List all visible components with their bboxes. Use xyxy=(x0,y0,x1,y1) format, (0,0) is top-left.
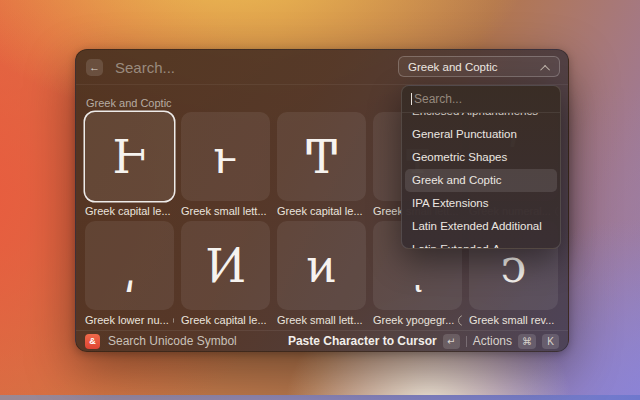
raycast-window: ← Search... Greek and Coptic Greek and C… xyxy=(75,49,569,352)
symbol-cell[interactable]: ͱ xyxy=(181,112,270,201)
block-dropdown-panel: Search... Enclosed AlphanumericsGeneral … xyxy=(401,85,561,249)
symbol-name: Greek ypogegr... xyxy=(373,314,454,326)
footer-divider xyxy=(466,336,467,347)
dropdown-option[interactable]: Greek and Coptic xyxy=(405,169,557,192)
dropdown-search-row[interactable]: Search... xyxy=(402,86,560,113)
dropdown-option[interactable]: Geometric Shapes xyxy=(405,146,557,169)
block-selector-value: Greek and Coptic xyxy=(408,61,498,73)
dropdown-option[interactable]: Latin Extended-A xyxy=(405,238,557,249)
enter-key-icon: ↵ xyxy=(443,334,460,349)
symbol-character: Ͱ xyxy=(112,134,146,180)
dropdown-option[interactable]: Enclosed Alphanumerics xyxy=(405,113,557,123)
question-icon[interactable]: ? xyxy=(458,315,462,326)
symbol-name: Greek capital le... xyxy=(277,205,363,217)
symbol-name: Greek small lett... xyxy=(181,205,267,217)
dropdown-search-input[interactable]: Search... xyxy=(414,92,462,106)
extension-name: Search Unicode Symbol xyxy=(108,334,237,348)
symbol-cell-unit: ͲGreek capital le...? xyxy=(277,112,366,221)
symbol-cell[interactable]: ͷ xyxy=(277,221,366,310)
symbol-character: ͷ xyxy=(306,243,337,289)
symbol-name: Greek capital le... xyxy=(85,205,171,217)
symbol-label-row: Greek lower nu...? xyxy=(85,310,174,330)
text-caret xyxy=(411,93,412,105)
dropdown-option[interactable]: General Punctuation xyxy=(405,123,557,146)
symbol-label-row: Greek small lett...? xyxy=(277,310,366,330)
symbol-cell[interactable]: Ͳ xyxy=(277,112,366,201)
symbol-character: ͺ xyxy=(406,243,429,289)
symbol-cell-unit: ͱGreek small lett...? xyxy=(181,112,270,221)
symbol-name: Greek small rev... xyxy=(469,314,554,326)
dropdown-option[interactable]: IPA Extensions xyxy=(405,192,557,215)
symbol-cell-unit: ͰGreek capital le...? xyxy=(85,112,174,221)
back-icon: ← xyxy=(89,61,100,73)
symbol-name: Greek lower nu... xyxy=(85,314,169,326)
symbol-cell-unit: ͵Greek lower nu...? xyxy=(85,221,174,330)
symbol-cell-unit: ͷGreek small lett...? xyxy=(277,221,366,330)
footer-actions: Paste Character to Cursor ↵ Actions ⌘ K xyxy=(288,334,559,349)
top-search-bar: ← Search... Greek and Coptic xyxy=(76,50,568,84)
symbol-label-row: Greek small lett...? xyxy=(181,201,270,221)
symbol-label-row: Greek capital le...? xyxy=(85,201,174,221)
k-key-badge: K xyxy=(542,334,559,349)
symbol-character: ͻ xyxy=(501,243,527,289)
background-bottom-strip xyxy=(0,395,640,400)
primary-action-button[interactable]: Paste Character to Cursor xyxy=(288,334,437,348)
block-selector-dropdown[interactable]: Greek and Coptic xyxy=(398,56,560,77)
symbol-label-row: Greek capital le...? xyxy=(277,201,366,221)
symbol-character: Ͷ xyxy=(205,243,245,289)
symbol-label-row: Greek capital le...? xyxy=(181,310,270,330)
footer-bar: & Search Unicode Symbol Paste Character … xyxy=(76,330,568,351)
symbol-character: ͵ xyxy=(123,243,136,289)
symbol-character: Ͳ xyxy=(306,134,337,180)
dropdown-option-list: Enclosed AlphanumericsGeneral Punctuatio… xyxy=(402,113,560,249)
cmd-key-icon: ⌘ xyxy=(518,334,536,349)
section-header: Greek and Coptic xyxy=(86,97,172,109)
symbol-cell[interactable]: Ͷ xyxy=(181,221,270,310)
symbol-label-row: Greek ypogegr...? xyxy=(373,310,462,330)
extension-icon: & xyxy=(85,334,100,349)
actions-button[interactable]: Actions xyxy=(473,334,512,348)
symbol-cell[interactable]: ͵ xyxy=(85,221,174,310)
symbol-cell[interactable]: Ͱ xyxy=(85,112,174,201)
chevron-up-icon xyxy=(540,64,550,74)
search-input[interactable]: Search... xyxy=(115,59,175,76)
symbol-label-row: Greek small rev...? xyxy=(469,310,558,330)
symbol-cell-unit: ͶGreek capital le...? xyxy=(181,221,270,330)
symbol-character: ͱ xyxy=(213,134,237,180)
symbol-name: Greek small lett... xyxy=(277,314,363,326)
symbol-name: Greek capital le... xyxy=(181,314,267,326)
dropdown-option[interactable]: Latin Extended Additional xyxy=(405,215,557,238)
back-button[interactable]: ← xyxy=(86,59,103,76)
question-icon[interactable]: ? xyxy=(173,315,174,326)
